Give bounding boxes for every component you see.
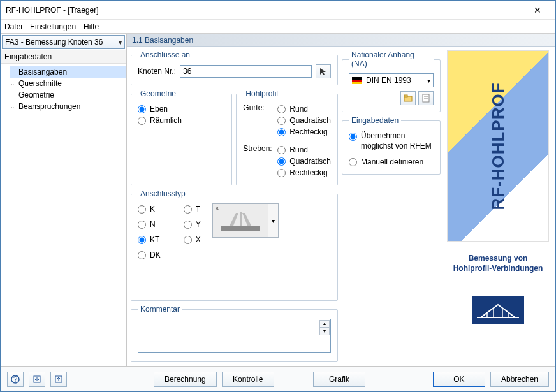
tree-root[interactable]: Eingabedaten — [1, 50, 126, 64]
import-icon — [33, 375, 41, 384]
radio-t[interactable] — [184, 205, 192, 214]
group-kommentar: Kommentar ▴ ▾ — [131, 305, 338, 362]
legend-eingabedaten: Eingabedaten — [349, 116, 401, 125]
tree-item-geometrie[interactable]: Geometrie — [10, 89, 126, 101]
na-select[interactable]: DIN EN 1993 ▾ — [349, 73, 434, 87]
radio-streben-rect[interactable] — [277, 169, 286, 177]
legend-anschlusstyp: Anschlusstyp — [138, 189, 188, 198]
page-title: 1.1 Basisangaben — [127, 34, 555, 47]
berechnung-button[interactable]: Berechnung — [154, 372, 217, 387]
menu-help[interactable]: Hilfe — [84, 22, 99, 31]
radio-raeumlich[interactable] — [138, 117, 146, 125]
menubar: Datei Einstellungen Hilfe — [1, 20, 555, 34]
app-window: RF-HOHLPROF - [Traeger] ✕ Datei Einstell… — [0, 0, 556, 392]
sidebar: FA3 - Bemessung Knoten 36 ▾ Eingabedaten… — [1, 34, 127, 366]
import-button[interactable] — [29, 372, 45, 387]
menu-settings[interactable]: Einstellungen — [30, 22, 76, 31]
svg-text:?: ? — [13, 375, 18, 384]
group-eingabedaten: Eingabedaten Übernehmen möglichst von RF… — [342, 116, 441, 175]
brand-name: RF-HOHLPROF — [488, 82, 508, 210]
na-library-button[interactable] — [400, 91, 416, 105]
cancel-button[interactable]: Abbrechen — [490, 372, 549, 387]
radio-gurte-rect[interactable] — [277, 128, 286, 136]
brand-art: RF-HOHLPROF — [447, 50, 549, 242]
label-k: K — [150, 205, 155, 214]
cursor-icon — [319, 67, 328, 76]
window-title: RF-HOHLPROF - [Traeger] — [6, 6, 525, 15]
legend-kommentar: Kommentar — [138, 305, 182, 314]
comment-spinner[interactable]: ▴ ▾ — [319, 320, 330, 335]
connection-thumbnail: KT — [212, 203, 268, 238]
svg-marker-3 — [242, 213, 251, 226]
label-raeumlich: Räumlich — [150, 116, 182, 125]
group-hohlprofil: Hohlprofil Gurte: Rund Quadratisch Recht… — [236, 89, 338, 185]
label-gurte-rect: Rechteckig — [289, 127, 327, 136]
thumbnail-dropdown[interactable]: ▾ — [268, 203, 279, 238]
svg-rect-5 — [404, 95, 407, 97]
close-icon[interactable]: ✕ — [525, 5, 550, 15]
label-kt: KT — [150, 235, 159, 244]
tree-item-basisangaben[interactable]: Basisangaben — [10, 66, 126, 78]
radio-streben-quad[interactable] — [277, 157, 286, 166]
radio-manuell[interactable] — [349, 158, 357, 166]
ok-button[interactable]: OK — [433, 372, 485, 387]
radio-n[interactable] — [138, 221, 146, 229]
dlubal-logo-icon — [476, 301, 520, 320]
brand-sub2: Hohlprofil-Verbindungen — [453, 264, 543, 273]
group-geometrie: Geometrie Eben Räumlich — [131, 89, 232, 185]
na-edit-button[interactable] — [418, 91, 434, 105]
label-y: Y — [196, 220, 201, 229]
svg-rect-0 — [221, 226, 260, 231]
menu-file[interactable]: Datei — [4, 22, 22, 31]
radio-dk[interactable] — [138, 251, 146, 259]
col-mid: Nationaler Anhang (NA) DIN EN 1993 ▾ — [342, 50, 441, 362]
brand-subtitle: Bemessung von Hohlprofil-Verbindungen — [453, 253, 543, 273]
radio-x[interactable] — [184, 236, 192, 244]
na-value: DIN EN 1993 — [366, 76, 411, 85]
label-x: X — [196, 235, 201, 244]
export-icon — [54, 375, 63, 384]
thumb-label: KT — [216, 205, 223, 212]
help-icon: ? — [11, 375, 20, 384]
label-n: N — [150, 220, 156, 229]
chevron-up-icon[interactable]: ▴ — [319, 320, 330, 328]
flag-de-icon — [352, 77, 362, 84]
grafik-button[interactable]: Grafik — [313, 372, 365, 387]
group-na: Nationaler Anhang (NA) DIN EN 1993 ▾ — [342, 50, 441, 112]
chevron-down-icon[interactable]: ▾ — [319, 328, 330, 335]
label-gurte-quad: Quadratisch — [289, 116, 331, 125]
radio-gurte-rund[interactable] — [277, 105, 286, 113]
folder-icon — [404, 94, 413, 103]
tree-item-querschnitte[interactable]: Querschnitte — [10, 78, 126, 89]
help-button[interactable]: ? — [7, 372, 24, 387]
knoten-label: Knoten Nr.: — [138, 67, 176, 76]
kommentar-input[interactable] — [138, 319, 331, 353]
connection-icon — [218, 208, 263, 233]
brand-panel: RF-HOHLPROF Bemessung von Hohlprofil-Ver… — [444, 50, 552, 362]
label-manuell: Manuell definieren — [361, 157, 423, 166]
footer: ? Berechnung Kontrolle Grafik OK Abbrech… — [1, 366, 555, 391]
radio-kt[interactable] — [138, 236, 146, 244]
tree: Basisangaben Querschnitte Geometrie Bean… — [1, 64, 126, 115]
case-combo[interactable]: FA3 - Bemessung Knoten 36 ▾ — [2, 35, 125, 49]
radio-streben-rund[interactable] — [277, 146, 286, 154]
kontrolle-button[interactable]: Kontrolle — [222, 372, 274, 387]
pick-node-button[interactable] — [316, 64, 331, 78]
legend-hohlprofil: Hohlprofil — [243, 89, 281, 98]
gurte-label: Gurte: — [243, 103, 274, 112]
label-uebernehmen: Übernehmen möglichst von RFEM — [361, 131, 434, 151]
radio-eben[interactable] — [138, 105, 146, 113]
svg-marker-1 — [230, 213, 238, 226]
legend-na: Nationaler Anhang (NA) — [349, 50, 434, 68]
radio-gurte-quad[interactable] — [277, 117, 286, 125]
radio-y[interactable] — [184, 221, 192, 229]
radio-uebernehmen[interactable] — [349, 133, 357, 141]
legend-geometrie: Geometrie — [138, 89, 179, 98]
content: Anschlüsse an Knoten Nr.: Geometrie — [127, 47, 555, 366]
knoten-input[interactable] — [180, 65, 312, 78]
label-gurte-rund: Rund — [289, 105, 308, 113]
tree-item-beanspruchungen[interactable]: Beanspruchungen — [10, 101, 126, 112]
svg-marker-2 — [240, 212, 242, 226]
radio-k[interactable] — [138, 205, 146, 214]
export-button[interactable] — [50, 372, 67, 387]
